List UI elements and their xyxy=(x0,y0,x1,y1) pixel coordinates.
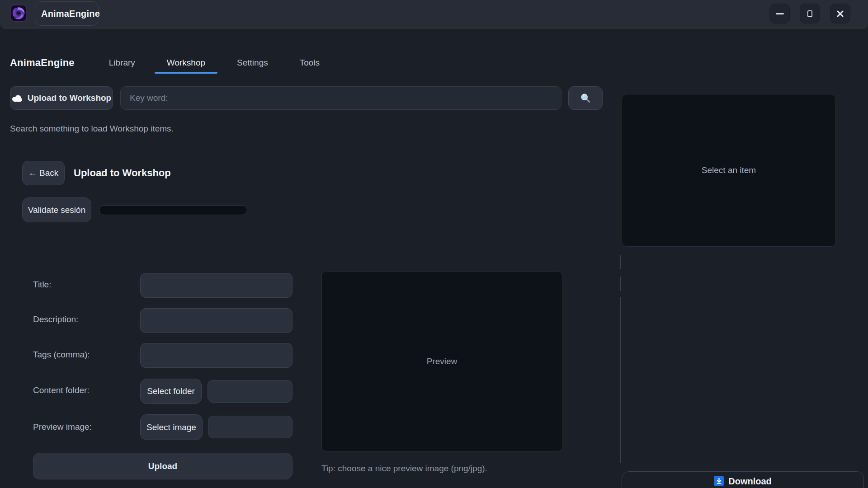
title-input[interactable] xyxy=(140,273,292,298)
workshop-status-text: Search something to load Workshop items. xyxy=(10,124,174,134)
cloud-upload-icon xyxy=(12,94,23,102)
select-item-placeholder-text: Select an item xyxy=(702,165,756,175)
content-folder-path-input[interactable] xyxy=(208,380,292,403)
preview-image-path-input[interactable] xyxy=(208,416,292,438)
validate-session-button[interactable]: Validate sesión xyxy=(22,197,91,222)
maximize-icon xyxy=(807,10,812,17)
sidebar-divider-segment xyxy=(620,255,621,269)
preview-image-label: Preview image: xyxy=(33,422,92,432)
section-heading: Upload to Workshop xyxy=(74,161,171,185)
back-button[interactable]: ← Back xyxy=(22,161,65,185)
tab-tools[interactable]: Tools xyxy=(300,51,320,75)
maximize-button[interactable] xyxy=(800,4,820,23)
nav-brand: AnimaEngine xyxy=(10,57,75,69)
tags-label: Tags (comma): xyxy=(33,350,90,360)
tab-library[interactable]: Library xyxy=(109,51,135,75)
tab-workshop-label: Workshop xyxy=(167,58,205,68)
download-icon xyxy=(714,476,724,486)
select-image-button[interactable]: Select image xyxy=(140,414,203,440)
download-button[interactable]: Download xyxy=(622,471,864,488)
tab-workshop[interactable]: Workshop xyxy=(167,51,205,75)
window-title-chip: AnimaEngine xyxy=(35,1,99,26)
upload-to-workshop-button[interactable]: Upload to Workshop xyxy=(10,86,113,110)
keyword-search-input[interactable] xyxy=(120,86,561,110)
tags-input[interactable] xyxy=(140,343,292,368)
window-title: AnimaEngine xyxy=(41,9,100,19)
tab-settings-label: Settings xyxy=(237,58,268,68)
download-button-label: Download xyxy=(728,476,772,487)
session-progress-bar xyxy=(99,205,247,215)
tab-tools-label: Tools xyxy=(300,58,320,68)
window-controls xyxy=(769,4,850,23)
content-folder-label: Content folder: xyxy=(33,385,90,395)
tab-settings[interactable]: Settings xyxy=(237,51,268,75)
select-folder-button[interactable]: Select folder xyxy=(140,379,202,404)
search-icon xyxy=(580,93,591,103)
minimize-icon xyxy=(776,13,784,14)
title-label: Title: xyxy=(33,280,51,290)
close-icon xyxy=(837,10,844,17)
upload-to-workshop-label: Upload to Workshop xyxy=(28,93,111,103)
upload-button[interactable]: Upload xyxy=(33,453,292,479)
close-button[interactable] xyxy=(830,4,850,23)
item-detail-panel: Select an item xyxy=(622,94,836,247)
tab-library-label: Library xyxy=(109,58,135,68)
titlebar: AnimaEngine xyxy=(0,0,868,29)
app-logo-icon xyxy=(10,4,27,22)
description-input[interactable] xyxy=(140,308,292,333)
preview-tip-text: Tip: choose a nice preview image (png/jp… xyxy=(321,464,487,474)
app-window: AnimaEngine AnimaEngine Library Workshop xyxy=(0,0,868,488)
description-label: Description: xyxy=(33,314,78,324)
preview-panel: Preview xyxy=(321,271,562,451)
main-nav: AnimaEngine Library Workshop Settings To… xyxy=(10,51,351,75)
sidebar-divider-segment xyxy=(620,277,621,291)
search-button[interactable] xyxy=(568,86,603,110)
sidebar-divider-segment xyxy=(620,297,621,463)
minimize-button[interactable] xyxy=(769,4,790,23)
preview-placeholder-text: Preview xyxy=(427,357,458,366)
